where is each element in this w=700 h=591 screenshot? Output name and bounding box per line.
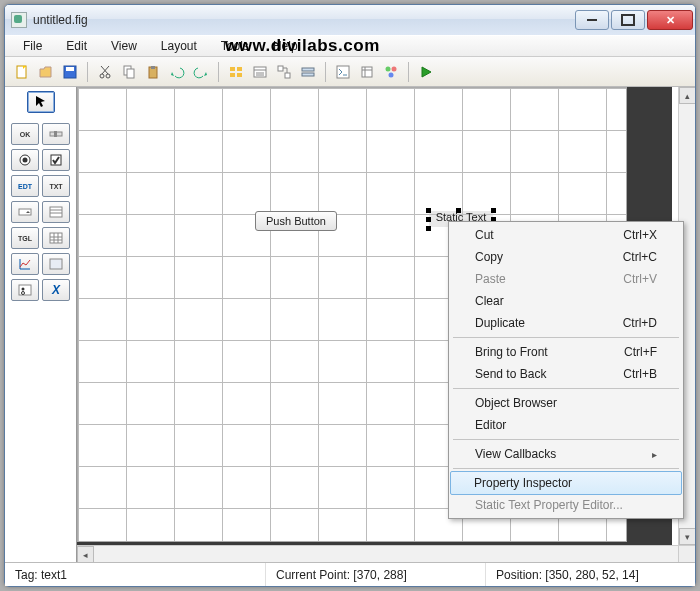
run-icon[interactable] (415, 61, 437, 83)
ctx-duplicate-label: Duplicate (475, 316, 525, 330)
svg-point-4 (106, 74, 110, 78)
menu-bar: File Edit View Layout Tools Help www.div… (5, 35, 695, 57)
svg-point-33 (22, 288, 25, 291)
scroll-up-icon[interactable]: ▴ (679, 87, 695, 104)
palette-popup[interactable] (11, 201, 39, 223)
svg-point-3 (100, 74, 104, 78)
scroll-left-icon[interactable]: ◂ (77, 546, 94, 562)
maximize-button[interactable] (611, 10, 645, 30)
menu-edit[interactable]: Edit (56, 37, 97, 55)
scroll-corner (678, 545, 695, 562)
selection-handle[interactable] (426, 208, 431, 213)
ctx-paste: Paste Ctrl+V (451, 268, 681, 290)
menu-layout[interactable]: Layout (151, 37, 207, 55)
svg-rect-2 (66, 67, 74, 71)
ctx-editor[interactable]: Editor (451, 414, 681, 436)
svg-point-21 (392, 66, 397, 71)
svg-rect-18 (337, 66, 349, 78)
object-browser-icon[interactable] (380, 61, 402, 83)
new-icon[interactable] (11, 61, 33, 83)
open-icon[interactable] (35, 61, 57, 83)
align-icon[interactable] (225, 61, 247, 83)
svg-rect-30 (50, 233, 62, 243)
minimize-button[interactable] (575, 10, 609, 30)
ctx-cut[interactable]: Cut Ctrl+X (451, 224, 681, 246)
palette-edittext[interactable]: EDT (11, 175, 39, 197)
status-position: Position: [350, 280, 52, 14] (485, 563, 685, 586)
save-icon[interactable] (59, 61, 81, 83)
guide-window: untitled.fig File Edit View Layout Tools… (4, 4, 696, 587)
window-controls (573, 10, 693, 30)
palette-axes[interactable] (11, 253, 39, 275)
ctx-send-back-label: Send to Back (475, 367, 546, 381)
ctx-view-callbacks[interactable]: View Callbacks (451, 443, 681, 465)
svg-point-26 (23, 158, 28, 163)
watermark-text: www.divilabs.com (225, 36, 380, 56)
toolbar-editor-icon[interactable] (297, 61, 319, 83)
canvas-pushbutton[interactable]: Push Button (255, 211, 337, 231)
tab-order-icon[interactable] (273, 61, 295, 83)
ctx-bring-front-label: Bring to Front (475, 345, 548, 359)
toolbar-separator (87, 62, 88, 82)
palette-select-tool[interactable] (27, 91, 55, 113)
palette-toggle[interactable]: TGL (11, 227, 39, 249)
svg-rect-11 (230, 73, 235, 77)
menu-editor-icon[interactable] (249, 61, 271, 83)
svg-rect-17 (302, 73, 314, 76)
selection-handle[interactable] (456, 208, 461, 213)
palette-panel[interactable] (42, 253, 70, 275)
ctx-cut-label: Cut (475, 228, 494, 242)
ctx-clear[interactable]: Clear (451, 290, 681, 312)
redo-icon[interactable] (190, 61, 212, 83)
ctx-paste-accel: Ctrl+V (623, 272, 657, 286)
palette-activex[interactable]: X (42, 279, 70, 301)
ctx-separator (453, 388, 679, 389)
palette-buttongroup[interactable] (11, 279, 39, 301)
undo-icon[interactable] (166, 61, 188, 83)
palette-checkbox[interactable] (42, 149, 70, 171)
submenu-arrow-icon (652, 447, 657, 461)
ctx-copy-label: Copy (475, 250, 503, 264)
ctx-property-inspector[interactable]: Property Inspector (450, 471, 682, 495)
app-icon (11, 12, 27, 28)
cut-icon[interactable] (94, 61, 116, 83)
ctx-editor-label: Editor (475, 418, 506, 432)
selection-handle[interactable] (491, 208, 496, 213)
palette-listbox[interactable] (42, 201, 70, 223)
menu-view[interactable]: View (101, 37, 147, 55)
horizontal-scrollbar[interactable]: ◂ ▸ (77, 545, 678, 562)
palette-statictext[interactable]: TXT (42, 175, 70, 197)
ctx-duplicate[interactable]: Duplicate Ctrl+D (451, 312, 681, 334)
toolbar-separator (325, 62, 326, 82)
main-toolbar (5, 57, 695, 87)
svg-rect-16 (302, 68, 314, 71)
svg-rect-6 (127, 69, 134, 78)
svg-rect-14 (278, 66, 283, 71)
palette-radio[interactable] (11, 149, 39, 171)
svg-point-22 (389, 72, 394, 77)
svg-rect-24 (54, 131, 57, 137)
ctx-property-inspector-label: Property Inspector (474, 476, 572, 490)
selection-handle[interactable] (426, 217, 431, 222)
ctx-static-text-editor-label: Static Text Property Editor... (475, 498, 623, 512)
copy-icon[interactable] (118, 61, 140, 83)
svg-rect-29 (50, 207, 62, 217)
paste-icon[interactable] (142, 61, 164, 83)
window-title: untitled.fig (33, 13, 573, 27)
svg-rect-31 (50, 259, 62, 269)
menu-file[interactable]: File (13, 37, 52, 55)
ctx-separator (453, 439, 679, 440)
palette-pushbutton[interactable]: OK (11, 123, 39, 145)
properties-icon[interactable] (356, 61, 378, 83)
palette-table[interactable] (42, 227, 70, 249)
ctx-bring-to-front[interactable]: Bring to Front Ctrl+F (451, 341, 681, 363)
close-button[interactable] (647, 10, 693, 30)
selection-handle[interactable] (426, 226, 431, 231)
toolbar-separator (408, 62, 409, 82)
ctx-send-to-back[interactable]: Send to Back Ctrl+B (451, 363, 681, 385)
editor-icon[interactable] (332, 61, 354, 83)
ctx-copy[interactable]: Copy Ctrl+C (451, 246, 681, 268)
ctx-object-browser[interactable]: Object Browser (451, 392, 681, 414)
scroll-down-icon[interactable]: ▾ (679, 528, 695, 545)
palette-slider[interactable] (42, 123, 70, 145)
